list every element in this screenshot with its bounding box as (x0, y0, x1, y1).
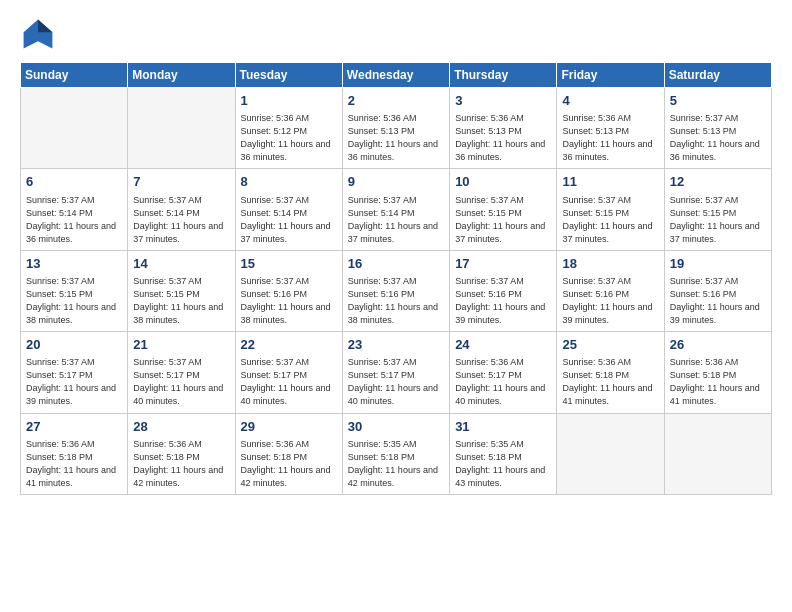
day-number: 3 (455, 92, 551, 110)
day-number: 12 (670, 173, 766, 191)
day-number: 25 (562, 336, 658, 354)
day-info: Sunrise: 5:37 AM Sunset: 5:16 PM Dayligh… (241, 275, 337, 327)
day-info: Sunrise: 5:35 AM Sunset: 5:18 PM Dayligh… (455, 438, 551, 490)
day-info: Sunrise: 5:37 AM Sunset: 5:13 PM Dayligh… (670, 112, 766, 164)
day-number: 15 (241, 255, 337, 273)
day-info: Sunrise: 5:37 AM Sunset: 5:14 PM Dayligh… (133, 194, 229, 246)
day-info: Sunrise: 5:36 AM Sunset: 5:12 PM Dayligh… (241, 112, 337, 164)
calendar-cell: 12Sunrise: 5:37 AM Sunset: 5:15 PM Dayli… (664, 169, 771, 250)
calendar-table: SundayMondayTuesdayWednesdayThursdayFrid… (20, 62, 772, 495)
calendar-cell (557, 413, 664, 494)
calendar-cell: 22Sunrise: 5:37 AM Sunset: 5:17 PM Dayli… (235, 332, 342, 413)
day-info: Sunrise: 5:37 AM Sunset: 5:16 PM Dayligh… (670, 275, 766, 327)
calendar-cell: 3Sunrise: 5:36 AM Sunset: 5:13 PM Daylig… (450, 88, 557, 169)
page: SundayMondayTuesdayWednesdayThursdayFrid… (0, 0, 792, 612)
day-number: 21 (133, 336, 229, 354)
logo (20, 16, 62, 52)
day-info: Sunrise: 5:37 AM Sunset: 5:15 PM Dayligh… (562, 194, 658, 246)
calendar-cell (128, 88, 235, 169)
day-number: 9 (348, 173, 444, 191)
day-info: Sunrise: 5:37 AM Sunset: 5:14 PM Dayligh… (348, 194, 444, 246)
calendar-cell (21, 88, 128, 169)
weekday-header: Wednesday (342, 63, 449, 88)
day-info: Sunrise: 5:37 AM Sunset: 5:15 PM Dayligh… (670, 194, 766, 246)
header (20, 16, 772, 52)
calendar-cell: 18Sunrise: 5:37 AM Sunset: 5:16 PM Dayli… (557, 250, 664, 331)
day-number: 20 (26, 336, 122, 354)
day-number: 26 (670, 336, 766, 354)
day-number: 13 (26, 255, 122, 273)
day-number: 17 (455, 255, 551, 273)
calendar-cell: 30Sunrise: 5:35 AM Sunset: 5:18 PM Dayli… (342, 413, 449, 494)
day-info: Sunrise: 5:36 AM Sunset: 5:18 PM Dayligh… (241, 438, 337, 490)
calendar-cell: 24Sunrise: 5:36 AM Sunset: 5:17 PM Dayli… (450, 332, 557, 413)
day-number: 6 (26, 173, 122, 191)
day-number: 22 (241, 336, 337, 354)
calendar-cell: 19Sunrise: 5:37 AM Sunset: 5:16 PM Dayli… (664, 250, 771, 331)
calendar-cell: 31Sunrise: 5:35 AM Sunset: 5:18 PM Dayli… (450, 413, 557, 494)
day-number: 19 (670, 255, 766, 273)
calendar-cell: 6Sunrise: 5:37 AM Sunset: 5:14 PM Daylig… (21, 169, 128, 250)
day-number: 28 (133, 418, 229, 436)
weekday-header: Thursday (450, 63, 557, 88)
calendar-cell (664, 413, 771, 494)
day-info: Sunrise: 5:37 AM Sunset: 5:14 PM Dayligh… (241, 194, 337, 246)
calendar-week-row: 13Sunrise: 5:37 AM Sunset: 5:15 PM Dayli… (21, 250, 772, 331)
day-info: Sunrise: 5:36 AM Sunset: 5:18 PM Dayligh… (562, 356, 658, 408)
day-info: Sunrise: 5:37 AM Sunset: 5:15 PM Dayligh… (455, 194, 551, 246)
day-info: Sunrise: 5:37 AM Sunset: 5:16 PM Dayligh… (348, 275, 444, 327)
day-info: Sunrise: 5:37 AM Sunset: 5:17 PM Dayligh… (241, 356, 337, 408)
calendar-cell: 29Sunrise: 5:36 AM Sunset: 5:18 PM Dayli… (235, 413, 342, 494)
logo-icon (20, 16, 56, 52)
calendar-cell: 4Sunrise: 5:36 AM Sunset: 5:13 PM Daylig… (557, 88, 664, 169)
weekday-header: Saturday (664, 63, 771, 88)
calendar-cell: 10Sunrise: 5:37 AM Sunset: 5:15 PM Dayli… (450, 169, 557, 250)
day-number: 10 (455, 173, 551, 191)
day-info: Sunrise: 5:37 AM Sunset: 5:15 PM Dayligh… (26, 275, 122, 327)
calendar-cell: 2Sunrise: 5:36 AM Sunset: 5:13 PM Daylig… (342, 88, 449, 169)
day-number: 8 (241, 173, 337, 191)
calendar-cell: 1Sunrise: 5:36 AM Sunset: 5:12 PM Daylig… (235, 88, 342, 169)
day-info: Sunrise: 5:35 AM Sunset: 5:18 PM Dayligh… (348, 438, 444, 490)
day-info: Sunrise: 5:37 AM Sunset: 5:15 PM Dayligh… (133, 275, 229, 327)
day-number: 16 (348, 255, 444, 273)
day-info: Sunrise: 5:37 AM Sunset: 5:17 PM Dayligh… (348, 356, 444, 408)
calendar-week-row: 1Sunrise: 5:36 AM Sunset: 5:12 PM Daylig… (21, 88, 772, 169)
calendar-cell: 27Sunrise: 5:36 AM Sunset: 5:18 PM Dayli… (21, 413, 128, 494)
day-info: Sunrise: 5:36 AM Sunset: 5:17 PM Dayligh… (455, 356, 551, 408)
day-info: Sunrise: 5:37 AM Sunset: 5:14 PM Dayligh… (26, 194, 122, 246)
calendar-week-row: 20Sunrise: 5:37 AM Sunset: 5:17 PM Dayli… (21, 332, 772, 413)
day-number: 24 (455, 336, 551, 354)
day-number: 27 (26, 418, 122, 436)
day-number: 30 (348, 418, 444, 436)
calendar-cell: 14Sunrise: 5:37 AM Sunset: 5:15 PM Dayli… (128, 250, 235, 331)
calendar-header-row: SundayMondayTuesdayWednesdayThursdayFrid… (21, 63, 772, 88)
day-info: Sunrise: 5:36 AM Sunset: 5:13 PM Dayligh… (348, 112, 444, 164)
day-info: Sunrise: 5:36 AM Sunset: 5:18 PM Dayligh… (26, 438, 122, 490)
day-number: 29 (241, 418, 337, 436)
day-info: Sunrise: 5:37 AM Sunset: 5:16 PM Dayligh… (562, 275, 658, 327)
day-number: 1 (241, 92, 337, 110)
calendar-cell: 25Sunrise: 5:36 AM Sunset: 5:18 PM Dayli… (557, 332, 664, 413)
calendar-cell: 15Sunrise: 5:37 AM Sunset: 5:16 PM Dayli… (235, 250, 342, 331)
weekday-header: Friday (557, 63, 664, 88)
calendar-cell: 5Sunrise: 5:37 AM Sunset: 5:13 PM Daylig… (664, 88, 771, 169)
day-number: 14 (133, 255, 229, 273)
calendar-cell: 17Sunrise: 5:37 AM Sunset: 5:16 PM Dayli… (450, 250, 557, 331)
calendar-cell: 26Sunrise: 5:36 AM Sunset: 5:18 PM Dayli… (664, 332, 771, 413)
svg-marker-1 (38, 20, 52, 33)
day-number: 2 (348, 92, 444, 110)
calendar-cell: 20Sunrise: 5:37 AM Sunset: 5:17 PM Dayli… (21, 332, 128, 413)
calendar-cell: 13Sunrise: 5:37 AM Sunset: 5:15 PM Dayli… (21, 250, 128, 331)
calendar-week-row: 27Sunrise: 5:36 AM Sunset: 5:18 PM Dayli… (21, 413, 772, 494)
calendar-week-row: 6Sunrise: 5:37 AM Sunset: 5:14 PM Daylig… (21, 169, 772, 250)
day-info: Sunrise: 5:36 AM Sunset: 5:18 PM Dayligh… (133, 438, 229, 490)
calendar-cell: 8Sunrise: 5:37 AM Sunset: 5:14 PM Daylig… (235, 169, 342, 250)
day-number: 7 (133, 173, 229, 191)
calendar-cell: 28Sunrise: 5:36 AM Sunset: 5:18 PM Dayli… (128, 413, 235, 494)
day-info: Sunrise: 5:37 AM Sunset: 5:16 PM Dayligh… (455, 275, 551, 327)
day-number: 4 (562, 92, 658, 110)
calendar-cell: 9Sunrise: 5:37 AM Sunset: 5:14 PM Daylig… (342, 169, 449, 250)
day-number: 5 (670, 92, 766, 110)
day-number: 31 (455, 418, 551, 436)
